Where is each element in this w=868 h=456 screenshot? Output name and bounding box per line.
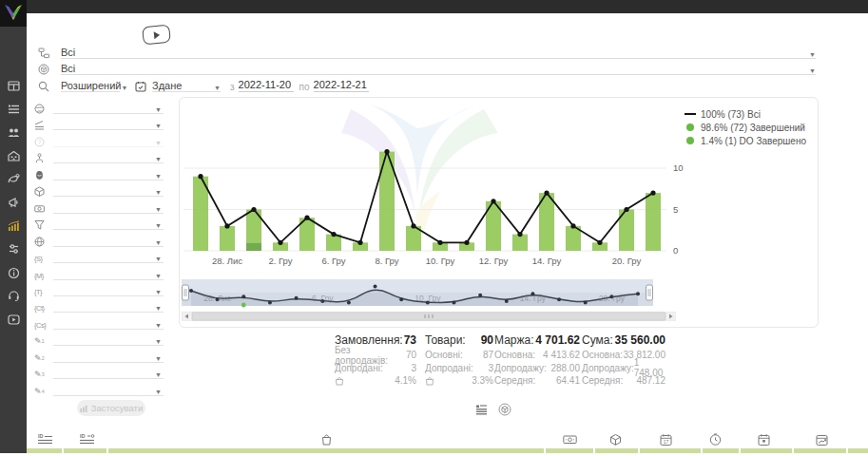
banknote-icon[interactable]	[563, 432, 578, 447]
analytics-icon	[8, 220, 20, 232]
chevron-down-icon: ▼	[155, 222, 162, 229]
search-mode-value: Розширений	[61, 80, 121, 91]
id-alt-list-icon[interactable]: ID	[80, 432, 95, 447]
filter-row-box: ▼	[34, 181, 164, 197]
filter-select-funnel[interactable]: ▼	[53, 217, 164, 230]
filter-row-brace-s: {S}▼	[34, 248, 164, 263]
id-list-icon[interactable]: ID	[38, 432, 53, 447]
date-to-label: по	[299, 82, 310, 92]
search-icon	[38, 81, 61, 92]
sidebar-item-analytics-icon[interactable]	[0, 217, 27, 236]
column-separator	[739, 448, 741, 453]
filter-select-globe-grid[interactable]: ▼	[53, 234, 164, 247]
sidebar-item-video-icon[interactable]	[0, 310, 27, 329]
clients-icon	[8, 126, 20, 138]
sitemap-icon	[38, 48, 61, 59]
filter-row-hierarchy: ▼	[34, 148, 164, 163]
stat-sub-label: Основна:	[582, 350, 623, 360]
person-icon	[34, 170, 53, 180]
filter-row-globe-grid: ▼	[34, 232, 164, 247]
calendar-day-icon[interactable]	[758, 432, 773, 447]
globe-grid-icon	[34, 237, 53, 247]
sidebar-item-orders-list-icon[interactable]	[0, 100, 27, 119]
chevron-down-icon: ▼	[155, 289, 162, 295]
stat-sub-label: Допродажу:	[582, 363, 634, 373]
chart-range-navigator[interactable]: 28. Лис6. Гру10. Гру14. Гру20. Гру	[182, 279, 653, 310]
filter-select-person[interactable]: ▼	[53, 167, 164, 180]
filter-select-brace-t[interactable]: ▼	[53, 283, 164, 296]
legend-item-2[interactable]: 1.4% (1) DO Завершено	[684, 134, 806, 147]
stat-title: Маржа:	[494, 333, 534, 349]
stat-sub-label: Допродані:	[335, 363, 383, 373]
date-from-input[interactable]	[239, 79, 294, 92]
stat-value: 4 701.62	[535, 333, 580, 349]
sidebar-item-integrations-icon[interactable]	[0, 239, 27, 258]
package-view-icon[interactable]	[497, 402, 512, 417]
video-tutorial-button[interactable]	[142, 25, 171, 46]
stat-sub-value: 487.12	[636, 375, 665, 386]
filter-select-hierarchy[interactable]: ▼	[53, 150, 164, 163]
filter-select-pencil-2[interactable]: ▼	[53, 350, 164, 363]
orders-chart[interactable]: 051028. Лис2. Гру6. Гру8. Гру10. Гру12. …	[183, 124, 693, 269]
date-from-label: з	[230, 82, 235, 92]
sidebar-item-warehouse-icon[interactable]	[0, 146, 27, 165]
stat-sub-label: Основна:	[494, 350, 535, 360]
sidebar-item-info-icon[interactable]	[0, 263, 27, 282]
stat-sub-value: 3	[411, 363, 416, 373]
svg-text:14. Гру: 14. Гру	[520, 294, 547, 303]
filter-select-brace-ct[interactable]: ▼	[53, 299, 164, 313]
money-icon	[34, 203, 53, 214]
legend-item-1[interactable]: 98.6% (72) Завершений	[684, 121, 806, 134]
filter-select-pencil-4[interactable]: ▼	[53, 383, 164, 396]
table-footer-strip	[27, 448, 868, 453]
chevron-down-icon: ▼	[155, 106, 162, 113]
sidebar-item-dashboard-icon[interactable]	[0, 76, 27, 95]
filter-select-money[interactable]: ▼	[53, 200, 164, 214]
brace-cs-icon: {Cs}	[34, 321, 53, 330]
filter-select-brace-m[interactable]: ▼	[53, 267, 164, 280]
filter-select-brace-s[interactable]: ▼	[53, 250, 164, 263]
analytics-page: Всі ▼ Всі ▼ Розширений ▼ Здане ▼ з по	[0, 0, 868, 456]
stat-title: Товари:	[425, 333, 466, 349]
clock-icon[interactable]	[709, 432, 724, 447]
svg-text:20. Гру: 20. Гру	[612, 256, 642, 266]
filter-row-pencil-2: ✎2▼	[34, 348, 164, 363]
apply-button[interactable]: Застосувати	[77, 400, 145, 416]
legend-item-0[interactable]: 100% (73) Всі	[684, 107, 806, 121]
product-select[interactable]: Всі ▼	[38, 60, 816, 75]
sidebar-item-marketing-icon[interactable]	[0, 193, 27, 212]
sidebar-item-clients-icon[interactable]	[0, 123, 27, 142]
calendar-icon[interactable]: 17	[660, 432, 675, 447]
list-view-icon[interactable]	[473, 402, 489, 417]
navigator-handle[interactable]	[646, 285, 653, 300]
calendar-trend-icon[interactable]	[816, 432, 831, 447]
svg-text:2. Гру: 2. Гру	[268, 256, 292, 266]
chevron-down-icon: ▼	[121, 85, 127, 91]
bag-icon[interactable]	[320, 432, 336, 447]
pencil-3-icon: ✎3	[34, 370, 53, 379]
filter-select-question[interactable]: ▼	[53, 134, 164, 147]
filter-select-pencil-3[interactable]: ▼	[53, 366, 164, 379]
dashboard-icon	[8, 80, 20, 91]
filter-select-pencil-1[interactable]: ▼	[53, 332, 164, 346]
date-to-input[interactable]	[314, 79, 369, 92]
sidebar-item-promo-icon[interactable]	[0, 169, 27, 188]
stat-column-2: Маржа:4 701.62Основна:4 413.62Допродажу:…	[494, 333, 580, 388]
navigator-handle[interactable]	[183, 285, 189, 300]
filter-select-globe[interactable]: ▼	[53, 101, 164, 114]
cube-icon[interactable]	[609, 432, 625, 447]
info-icon	[8, 267, 20, 278]
date-type-select[interactable]: Здане ▼	[152, 78, 221, 92]
svg-text:12. Гру: 12. Гру	[479, 256, 509, 266]
filter-select-brace-cs[interactable]: ▼	[53, 316, 164, 330]
chart-scrollbar[interactable]	[182, 312, 676, 321]
svg-text:10. Гру: 10. Гру	[426, 256, 455, 266]
stat-sub-value: 70	[406, 350, 416, 360]
brace-t-icon: {T}	[34, 288, 53, 296]
search-mode-select[interactable]: Розширений ▼	[61, 78, 120, 92]
filter-select-box[interactable]: ▼	[53, 183, 164, 197]
sidebar-item-support-icon[interactable]	[0, 286, 27, 305]
filter-select-stats-lines[interactable]: ▼	[53, 117, 164, 130]
app-logo[interactable]	[0, 0, 27, 27]
department-select[interactable]: Всі ▼	[38, 44, 816, 59]
